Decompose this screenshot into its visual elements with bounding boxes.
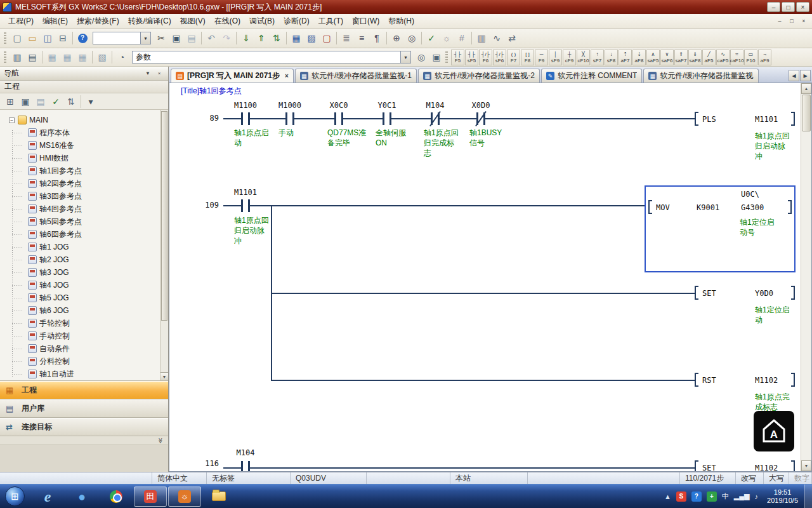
security-tray-icon[interactable]: +: [707, 491, 717, 502]
ladder-symbol-F9-button[interactable]: ─F9: [535, 50, 548, 65]
tree-item-手动控制[interactable]: 手动控制: [0, 330, 160, 342]
tree-item-轴5 JOG[interactable]: 轴5 JOG: [0, 291, 160, 304]
nav-filter-icon[interactable]: ▾: [83, 94, 98, 109]
menu-item-3[interactable]: 搜索/替换(F): [72, 14, 124, 29]
new-project-icon[interactable]: ▢: [10, 31, 25, 46]
project-window-icon[interactable]: ▥: [10, 50, 25, 65]
save-project-icon[interactable]: ◫: [40, 31, 55, 46]
tab-close-icon[interactable]: ×: [285, 72, 289, 79]
output-window-icon[interactable]: ▤: [25, 50, 40, 65]
tab-5[interactable]: ▦软元件/缓冲存储器批量监视: [643, 69, 758, 83]
tree-item-轴1 JOG[interactable]: 轴1 JOG: [0, 241, 160, 253]
tree-item-轴6 JOG[interactable]: 轴6 JOG: [0, 304, 160, 317]
instruction-RST[interactable]: RST: [702, 376, 716, 385]
tree-item-HMI数据[interactable]: HMI数据: [0, 152, 160, 164]
contact-M1000[interactable]: [285, 112, 294, 125]
ladder-symbol-saF6-button[interactable]: ∨saF6: [660, 50, 674, 65]
contact-nc-M104[interactable]: [431, 112, 440, 125]
sampling-trace-icon[interactable]: ∿: [489, 31, 504, 46]
ladder-symbol-saF8-button[interactable]: ⇓saF8: [688, 50, 702, 65]
scroll-down-icon[interactable]: ▼: [801, 460, 811, 471]
write-to-plc-icon[interactable]: ⇓: [239, 31, 254, 46]
nav-sort-icon[interactable]: ⇅: [63, 94, 79, 109]
contact-M1100[interactable]: [241, 112, 250, 125]
tab-scroll-left-icon[interactable]: ◀: [789, 70, 799, 81]
chrome-icon[interactable]: [100, 486, 133, 507]
device-display-3-icon[interactable]: ▦: [75, 50, 90, 65]
volume-tray-icon[interactable]: ♪: [755, 493, 759, 500]
tree-item-自动条件[interactable]: 自动条件: [0, 342, 160, 355]
nav-paste-icon[interactable]: ▤: [33, 94, 48, 109]
operand-U0C[interactable]: U0C\: [741, 190, 759, 199]
note-icon[interactable]: ¶: [369, 31, 384, 46]
cross-reference-icon[interactable]: #: [454, 31, 469, 46]
nav-param-icon[interactable]: ⊞: [3, 94, 18, 109]
contact-M104-2[interactable]: [241, 461, 250, 472]
device-label-M1102[interactable]: M1102: [755, 376, 778, 385]
start-button[interactable]: ⊞: [5, 486, 25, 506]
file-explorer-icon[interactable]: [202, 486, 235, 507]
undo-icon[interactable]: ↶: [204, 31, 219, 46]
internet-explorer-icon[interactable]: e: [31, 486, 64, 507]
ladder-symbol-cF9-button[interactable]: ┼cF9: [563, 50, 576, 65]
device-find-icon[interactable]: ◎: [414, 50, 429, 65]
ladder-symbol-caF10-button[interactable]: ≈caF10: [730, 50, 743, 65]
tab-1[interactable]: ▤[PRG]R 写入 MAIN 2071步×: [171, 69, 294, 83]
paste-icon[interactable]: ▤: [184, 31, 199, 46]
menu-item-11[interactable]: 帮助(H): [384, 14, 419, 29]
tab-scroll-right-icon[interactable]: ▶: [800, 70, 811, 81]
tab-4[interactable]: ✎软元件注释 COMMENT: [541, 69, 642, 83]
build-icon[interactable]: ☼: [439, 31, 454, 46]
ladder-symbol-F5-button[interactable]: ┤├F5: [451, 50, 464, 65]
remote-operation-icon[interactable]: ⇄: [504, 31, 520, 46]
show-desktop-button[interactable]: [804, 485, 812, 508]
help-tray-icon[interactable]: ?: [691, 491, 702, 502]
tab-3[interactable]: ▦软元件/缓冲存储器批量监视-2: [418, 69, 540, 83]
ladder-symbol-aF5-button[interactable]: ╱aF5: [702, 50, 716, 65]
zoom-icon[interactable]: ⊕: [389, 31, 404, 46]
tree-item-轴1回参考点[interactable]: 轴1回参考点: [0, 164, 160, 177]
instruction-SET-2[interactable]: SET: [702, 464, 716, 472]
ladder-symbol-aF8-button[interactable]: ⇣aF8: [632, 50, 646, 65]
contact-nc-X0D0[interactable]: [476, 112, 485, 125]
ladder-symbol-sF5-button[interactable]: ┤├sF5: [465, 50, 478, 65]
verify-with-plc-icon[interactable]: ⇅: [269, 31, 284, 46]
ladder-symbol-aF9-button[interactable]: ¬aF9: [758, 50, 771, 65]
minimize-button[interactable]: –: [767, 2, 780, 12]
intelligent-module-icon[interactable]: ▧: [95, 50, 110, 65]
taskbar-clock[interactable]: 19:51 2019/10/5: [761, 488, 804, 505]
tree-item-MS16准备[interactable]: MS16准备: [0, 139, 160, 152]
copy-icon[interactable]: ▣: [169, 31, 184, 46]
tree-scrollbar-thumb[interactable]: [161, 111, 167, 321]
gx-works2-icon[interactable]: ☼: [168, 486, 201, 507]
ladder-symbol-sF8-button[interactable]: ↓sF8: [605, 50, 618, 65]
device-comment-icon[interactable]: ≣: [339, 31, 354, 46]
ladder-symbol-F8-button[interactable]: [ ]F8: [521, 50, 534, 65]
tree-item-轴1自动进[interactable]: 轴1自动进: [0, 368, 160, 380]
instruction-PLS[interactable]: PLS: [702, 115, 716, 124]
operand-G4300[interactable]: G4300: [741, 203, 764, 212]
tray-expand-icon[interactable]: ▲: [664, 493, 671, 500]
ladder-editor[interactable]: [Title]轴1回参考点 89 M1100 轴1原点启 动 M1000 手动 …: [169, 83, 812, 472]
toolbar1-combo[interactable]: ▼: [93, 32, 151, 44]
tree-item-轴4 JOG[interactable]: 轴4 JOG: [0, 279, 160, 291]
menu-item-1[interactable]: 工程(P): [4, 14, 38, 29]
monitor-mode-icon[interactable]: ▦: [289, 31, 304, 46]
ladder-symbol-sF7-button[interactable]: ↑sF7: [591, 50, 604, 65]
sogou-input-icon[interactable]: S: [676, 491, 686, 502]
menu-item-10[interactable]: 窗口(W): [348, 14, 384, 29]
ladder-symbol-F7-button[interactable]: ( )F7: [507, 50, 520, 65]
menu-item-8[interactable]: 诊断(D): [279, 14, 314, 29]
ladder-symbol-cF10-button[interactable]: ╳cF10: [577, 50, 590, 65]
program-check-icon[interactable]: ✓: [424, 31, 439, 46]
browser-icon[interactable]: ●: [65, 486, 98, 507]
scroll-up-icon[interactable]: ▲: [801, 83, 811, 94]
tree-item-轴2回参考点[interactable]: 轴2回参考点: [0, 177, 160, 190]
mdi-close-button[interactable]: ×: [798, 17, 809, 26]
nav-collapse-strip[interactable]: ≫: [0, 436, 168, 445]
tree-item-轴3 JOG[interactable]: 轴3 JOG: [0, 266, 160, 279]
print-icon[interactable]: ⊟: [55, 31, 70, 46]
menu-item-9[interactable]: 工具(T): [314, 14, 348, 29]
network-tray-icon[interactable]: ▂▄▆: [734, 492, 750, 500]
device-display-1-icon[interactable]: ▦: [44, 50, 60, 65]
